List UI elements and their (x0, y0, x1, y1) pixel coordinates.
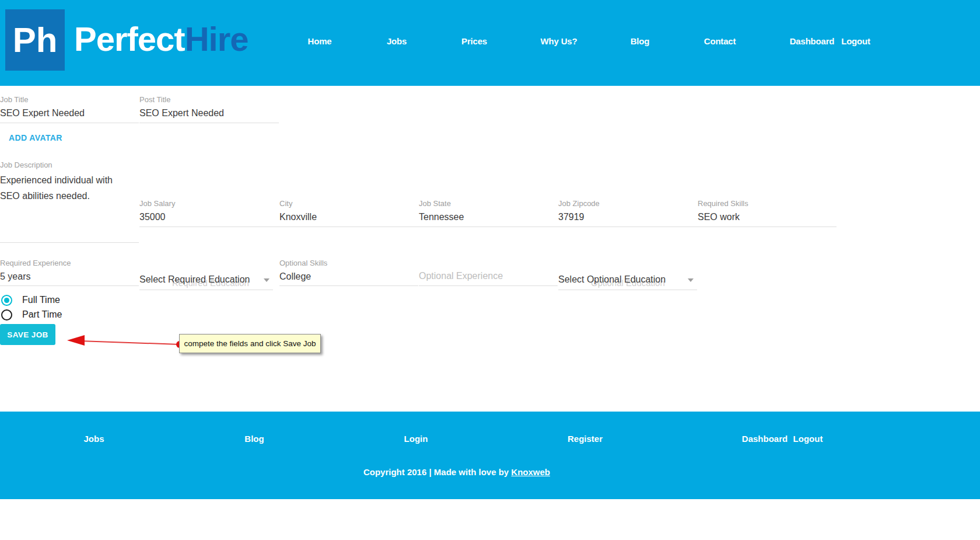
add-avatar-button[interactable]: ADD AVATAR (9, 133, 62, 142)
job-title-value[interactable]: SEO Expert Needed (0, 108, 85, 119)
footer-link-jobs[interactable]: Jobs (83, 434, 104, 444)
required-experience-value[interactable]: 5 years (0, 271, 30, 282)
job-state-field[interactable]: Job State Tennessee (419, 199, 558, 227)
nav-item-prices[interactable]: Prices (461, 36, 487, 46)
required-education-select[interactable]: Required Education Select Required Educa… (139, 259, 273, 290)
optional-education-value[interactable]: Select Optional Education (558, 274, 666, 285)
footer-link-blog[interactable]: Blog (244, 434, 264, 444)
required-experience-label: Required Experience (0, 259, 71, 267)
job-description-field[interactable]: Job Description Experienced individual w… (0, 161, 139, 243)
job-zipcode-value[interactable]: 37919 (558, 212, 584, 222)
radio-part-time-label: Part Time (22, 309, 62, 320)
save-job-button[interactable]: SAVE JOB (0, 324, 55, 345)
nav-item-dashboard[interactable]: Dashboard (790, 36, 835, 46)
nav-item-home[interactable]: Home (308, 36, 332, 46)
job-zipcode-field[interactable]: Job Zipcode 37919 (558, 199, 698, 227)
radio-unselected-icon[interactable] (1, 309, 12, 320)
nav-item-jobs[interactable]: Jobs (387, 36, 407, 46)
job-salary-field[interactable]: Job Salary 35000 (139, 199, 279, 227)
job-state-value[interactable]: Tennessee (419, 212, 464, 222)
job-zipcode-label: Job Zipcode (558, 199, 600, 208)
header: Ph PerfectHire Home Jobs Prices Why Us? … (0, 0, 980, 86)
required-skills-value[interactable]: SEO work (698, 212, 740, 222)
nav-item-logout[interactable]: Logout (841, 36, 870, 46)
annotation-arrow (61, 329, 187, 355)
chevron-down-icon (688, 278, 694, 282)
job-salary-label: Job Salary (139, 199, 175, 208)
job-description-value[interactable]: Experienced individual with SEO abilitie… (0, 172, 130, 204)
brand-secondary: Hire (185, 20, 249, 58)
post-title-value[interactable]: SEO Expert Needed (139, 108, 224, 119)
required-skills-label: Required Skills (698, 199, 748, 208)
city-label: City (279, 199, 292, 208)
logo-badge[interactable]: Ph (5, 9, 65, 71)
job-state-label: Job State (419, 199, 451, 208)
nav-item-blog[interactable]: Blog (631, 36, 650, 46)
brand-logo[interactable]: PerfectHire (74, 19, 248, 58)
job-salary-value[interactable]: 35000 (139, 212, 166, 222)
optional-skills-field[interactable]: Optional Skills College (279, 259, 418, 286)
radio-selected-icon[interactable] (1, 295, 12, 306)
nav-item-why-us[interactable]: Why Us? (541, 36, 578, 46)
radio-part-time[interactable]: Part Time (1, 309, 83, 322)
required-experience-field[interactable]: Required Experience 5 years (0, 259, 139, 286)
required-skills-field[interactable]: Required Skills SEO work (698, 199, 836, 227)
city-value[interactable]: Knoxville (279, 212, 317, 222)
annotation-tooltip: compete the fields and click Save Job (179, 334, 321, 353)
post-title-field[interactable]: Post Title SEO Expert Needed (139, 95, 279, 123)
post-title-label: Post Title (139, 95, 170, 104)
job-description-label: Job Description (0, 161, 52, 169)
footer-link-logout[interactable]: Logout (793, 434, 823, 444)
knoxweb-link[interactable]: Knoxweb (511, 467, 550, 477)
optional-education-select[interactable]: Optional Education Select Optional Educa… (558, 259, 697, 290)
footer-link-register[interactable]: Register (568, 434, 603, 444)
brand-primary: Perfect (74, 20, 185, 58)
optional-skills-label: Optional Skills (279, 259, 327, 267)
required-education-value[interactable]: Select Required Education (139, 274, 250, 285)
footer: Jobs Blog Login Register Dashboard Logou… (0, 412, 980, 499)
job-title-label: Job Title (0, 95, 28, 104)
optional-skills-value[interactable]: College (279, 271, 311, 282)
chevron-down-icon (264, 278, 270, 282)
optional-experience-field[interactable]: Optional Experience (419, 259, 558, 286)
nav-item-contact[interactable]: Contact (704, 36, 736, 46)
radio-full-time-label: Full Time (22, 295, 60, 305)
copyright-text: Copyright 2016 | Made with love by Knoxw… (0, 467, 914, 477)
optional-experience-placeholder[interactable]: Optional Experience (419, 271, 503, 281)
radio-full-time[interactable]: Full Time (1, 295, 83, 308)
city-field[interactable]: City Knoxville (279, 199, 419, 227)
footer-link-login[interactable]: Login (404, 434, 428, 444)
copyright-prefix: Copyright 2016 | Made with love by (363, 467, 511, 477)
footer-link-dashboard[interactable]: Dashboard (742, 434, 788, 444)
job-title-field[interactable]: Job Title SEO Expert Needed (0, 95, 139, 123)
